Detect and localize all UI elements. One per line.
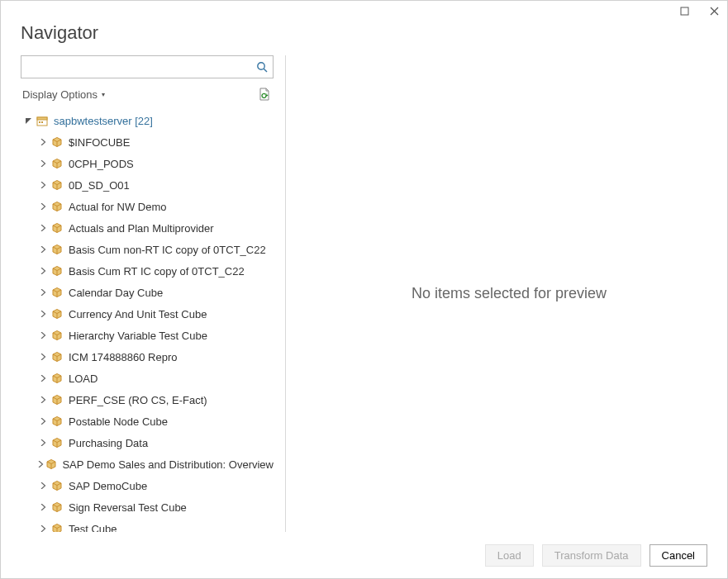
expander-icon[interactable] xyxy=(37,203,49,210)
cube-icon xyxy=(50,307,64,320)
tree-item-label: Purchasing Data xyxy=(69,437,148,449)
tree-item-label: Postable Node Cube xyxy=(69,415,168,428)
navigator-window: Navigator Display Options ▾ xyxy=(0,0,728,579)
tree-item-label: 0D_SD_O01 xyxy=(69,179,130,192)
load-button[interactable]: Load xyxy=(485,544,534,567)
expander-icon[interactable] xyxy=(37,139,49,145)
svg-line-4 xyxy=(264,69,267,72)
tree-item[interactable]: LOAD xyxy=(21,368,274,389)
footer: Load Transform Data Cancel xyxy=(1,532,727,578)
cube-icon xyxy=(50,522,64,532)
expander-icon[interactable] xyxy=(22,117,34,125)
tree-item[interactable]: Sign Reversal Test Cube xyxy=(21,496,274,518)
expander-icon[interactable] xyxy=(37,246,49,253)
cube-icon xyxy=(50,415,64,428)
cube-icon xyxy=(50,286,64,299)
svg-rect-6 xyxy=(37,117,47,120)
expander-icon[interactable] xyxy=(37,504,49,510)
chevron-down-icon: ▾ xyxy=(102,91,105,98)
tree-item-label: SAP Demo Sales and Distribution: Overvie… xyxy=(62,458,274,471)
tree-root-label: sapbwtestserver [22] xyxy=(54,115,153,127)
tree-item-label: Currency And Unit Test Cube xyxy=(69,308,207,320)
tree-item-label: ICM 174888860 Repro xyxy=(69,351,178,363)
expander-icon[interactable] xyxy=(37,354,49,360)
tree-item-label: $INFOCUBE xyxy=(69,136,130,149)
tree-item[interactable]: Actuals and Plan Multiprovider xyxy=(21,217,274,239)
tree-item-label: Sign Reversal Test Cube xyxy=(69,501,187,514)
refresh-page-icon xyxy=(258,88,271,101)
search-input[interactable] xyxy=(21,57,251,77)
tree-item[interactable]: ICM 174888860 Repro xyxy=(21,346,274,368)
expander-icon[interactable] xyxy=(37,160,49,167)
cube-icon xyxy=(50,329,64,342)
tree-item[interactable]: 0CPH_PODS xyxy=(21,153,274,174)
cube-icon xyxy=(50,372,64,385)
tree-item[interactable]: Basis Cum non-RT IC copy of 0TCT_C22 xyxy=(21,239,274,260)
expander-icon[interactable] xyxy=(37,225,49,231)
cancel-button[interactable]: Cancel xyxy=(649,544,707,567)
expander-icon[interactable] xyxy=(37,182,49,188)
tree-item-label: 0CPH_PODS xyxy=(69,158,134,170)
tree-item[interactable]: SAP Demo Sales and Distribution: Overvie… xyxy=(21,453,274,475)
expander-icon[interactable] xyxy=(37,418,49,425)
expander-icon[interactable] xyxy=(37,311,49,317)
tree-item[interactable]: PERF_CSE (RO CS, E-Fact) xyxy=(21,389,274,411)
tree-item[interactable]: Postable Node Cube xyxy=(21,411,274,432)
tree-item-label: Actuals and Plan Multiprovider xyxy=(69,222,214,235)
maximize-button[interactable] xyxy=(678,4,691,17)
cube-icon xyxy=(50,243,64,256)
search-icon xyxy=(256,61,268,73)
svg-rect-7 xyxy=(39,121,40,123)
body: Display Options ▾ xyxy=(1,55,727,532)
cube-icon xyxy=(50,264,64,278)
expander-icon[interactable] xyxy=(37,461,44,467)
search-box[interactable] xyxy=(21,55,274,78)
svg-rect-8 xyxy=(41,121,43,123)
expander-icon[interactable] xyxy=(37,396,49,403)
cube-icon xyxy=(50,135,64,149)
refresh-button[interactable] xyxy=(257,87,272,102)
server-icon xyxy=(36,114,49,127)
expander-icon[interactable] xyxy=(37,375,49,382)
cube-icon xyxy=(50,479,64,492)
tree-item[interactable]: Actual for NW Demo xyxy=(21,196,274,217)
tree-item[interactable]: Purchasing Data xyxy=(21,432,274,453)
titlebar xyxy=(1,1,727,21)
tree-item[interactable]: $INFOCUBE xyxy=(21,131,274,153)
cube-icon xyxy=(50,501,64,514)
tree-item[interactable]: Hierarchy Variable Test Cube xyxy=(21,325,274,346)
tree-item-label: Test Cube xyxy=(69,523,117,533)
tree: sapbwtestserver [22] $INFOCUBE0CPH_PODS0… xyxy=(21,108,274,532)
tree-item[interactable]: SAP DemoCube xyxy=(21,475,274,496)
tree-item[interactable]: Basis Cum RT IC copy of 0TCT_C22 xyxy=(21,260,274,282)
cube-icon xyxy=(50,436,64,449)
expander-icon[interactable] xyxy=(37,289,49,296)
tree-item-label: Basis Cum RT IC copy of 0TCT_C22 xyxy=(69,265,245,278)
tree-item[interactable]: Calendar Day Cube xyxy=(21,282,274,303)
cube-icon xyxy=(50,157,64,170)
expander-icon[interactable] xyxy=(37,482,49,489)
transform-data-button[interactable]: Transform Data xyxy=(542,544,641,567)
display-options-dropdown[interactable]: Display Options ▾ xyxy=(22,88,105,101)
splitter[interactable] xyxy=(285,55,286,532)
tree-item[interactable]: Test Cube xyxy=(21,518,274,532)
cube-icon xyxy=(50,178,64,192)
expander-icon[interactable] xyxy=(37,439,49,446)
cube-icon xyxy=(45,458,57,471)
svg-point-3 xyxy=(258,63,264,69)
expander-icon[interactable] xyxy=(37,268,49,274)
search-button[interactable] xyxy=(251,57,273,77)
tree-item-label: Actual for NW Demo xyxy=(69,201,166,213)
preview-pane: No items selected for preview xyxy=(291,55,727,532)
expander-icon[interactable] xyxy=(37,525,49,532)
tree-item[interactable]: 0D_SD_O01 xyxy=(21,174,274,196)
tree-scroll[interactable]: sapbwtestserver [22] $INFOCUBE0CPH_PODS0… xyxy=(21,108,274,532)
tree-item-label: Basis Cum non-RT IC copy of 0TCT_C22 xyxy=(69,244,266,256)
close-button[interactable] xyxy=(707,4,721,17)
tree-item[interactable]: Currency And Unit Test Cube xyxy=(21,303,274,325)
tree-item-label: Calendar Day Cube xyxy=(69,287,163,299)
tree-item-label: PERF_CSE (RO CS, E-Fact) xyxy=(69,394,207,406)
tree-root[interactable]: sapbwtestserver [22] xyxy=(21,110,274,131)
expander-icon[interactable] xyxy=(37,332,49,339)
tree-item-label: SAP DemoCube xyxy=(69,480,147,492)
